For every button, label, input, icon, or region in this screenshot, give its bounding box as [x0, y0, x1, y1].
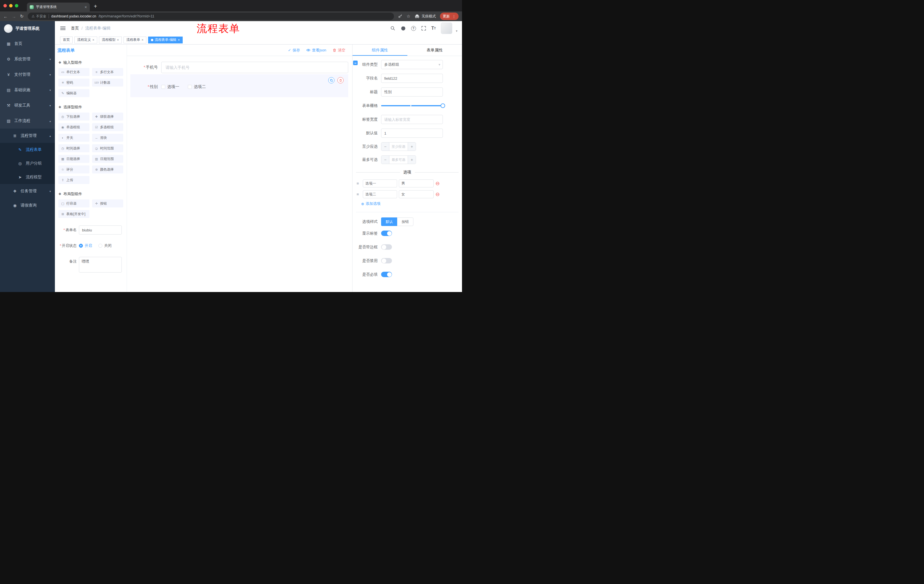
tab-form-props[interactable]: 表单属性 [408, 44, 462, 56]
palette-item-password[interactable]: ✳密码 [58, 79, 89, 87]
sidebar-item-system[interactable]: ⚙ 系统管理 ▾ [0, 51, 55, 67]
tag-process-model[interactable]: 流程模型 × [99, 36, 122, 43]
minimize-window-button[interactable] [9, 4, 13, 7]
slider-handle[interactable] [441, 104, 445, 108]
max-select-stepper[interactable]: − 最多可选 + [381, 155, 416, 164]
sidebar-item-task-mgmt[interactable]: ❖ 任务管理 ▾ [0, 184, 55, 198]
default-value-input[interactable] [381, 128, 443, 138]
tag-close-icon[interactable]: × [142, 38, 144, 42]
maximize-window-button[interactable] [15, 4, 18, 7]
min-select-stepper[interactable]: − 至少应选 + [381, 142, 416, 151]
decrease-button[interactable]: − [381, 143, 389, 151]
link-icon[interactable]: ∞ [353, 61, 358, 65]
palette-item-single-line-text[interactable]: ▭单行文本 [58, 68, 89, 76]
view-json-button[interactable]: 查看json [306, 48, 326, 53]
sidebar-item-home[interactable]: ▦ 首页 [0, 36, 55, 51]
palette-item-cascader[interactable]: ❖级联选择 [92, 113, 123, 120]
font-size-icon[interactable]: TT [431, 26, 436, 31]
palette-item-switch[interactable]: ◐开关 [58, 134, 89, 142]
password-key-icon[interactable] [398, 14, 403, 18]
save-button[interactable]: ✓ 保存 [288, 48, 300, 53]
browser-tab[interactable]: 芋道管理系统 × [27, 3, 90, 12]
drag-handle-icon[interactable]: ≡ [356, 181, 361, 186]
delete-widget-button[interactable] [337, 77, 344, 84]
option-value-input[interactable] [399, 179, 434, 188]
gender-option-2-checkbox[interactable]: 选项二 [188, 84, 206, 89]
disabled-toggle[interactable] [381, 258, 392, 263]
breadcrumb-home[interactable]: 首页 [71, 26, 79, 31]
palette-item-counter[interactable]: 123计数器 [92, 79, 123, 87]
border-toggle[interactable] [381, 244, 392, 250]
form-remark-textarea[interactable]: 嘿嘿 [79, 257, 122, 273]
palette-item-multiline-text[interactable]: ≡多行文本 [92, 68, 123, 76]
add-option-button[interactable]: ⊕ 添加选项 [361, 201, 462, 206]
url-domain[interactable]: dashboard.yudao.iocoder.cn [51, 14, 96, 18]
help-icon[interactable]: ? [411, 26, 416, 31]
style-default-button[interactable]: 默认 [381, 217, 397, 226]
palette-item-color-picker[interactable]: ⊛颜色选择 [92, 165, 123, 173]
sidebar-item-process-mgmt[interactable]: ≣ 流程管理 ▴ [0, 128, 55, 143]
tag-close-icon[interactable]: × [92, 38, 94, 42]
title-input[interactable] [381, 87, 443, 97]
remove-option-icon[interactable]: ⊖ [436, 192, 440, 197]
palette-item-date-picker[interactable]: ▦日期选择 [58, 155, 89, 163]
decrease-button[interactable]: − [381, 156, 389, 164]
sidebar-item-infrastructure[interactable]: ▤ 基础设施 ▾ [0, 82, 55, 98]
max-select-value[interactable]: 最多可选 [389, 156, 408, 164]
sidebar-item-process-form[interactable]: ✎ 流程表单 [0, 143, 55, 156]
hamburger-icon[interactable] [55, 26, 71, 30]
avatar-caret-icon[interactable]: ▾ [456, 29, 457, 34]
palette-item-editor[interactable]: ✎编辑器 [58, 89, 89, 97]
forward-icon[interactable]: → [12, 14, 16, 19]
bookmark-star-icon[interactable]: ☆ [406, 14, 410, 19]
show-label-toggle[interactable] [381, 230, 392, 236]
palette-item-checkbox-group[interactable]: ☑多选框组 [92, 123, 123, 131]
palette-item-date-range[interactable]: ▥日期范围 [92, 155, 123, 163]
sidebar-item-leave-query[interactable]: ◉ 请假查询 [0, 198, 55, 212]
remove-option-icon[interactable]: ⊖ [436, 181, 440, 186]
tab-close-icon[interactable]: × [85, 5, 87, 10]
sidebar-logo[interactable]: 芋道管理系统 [0, 21, 55, 36]
sidebar-item-process-model[interactable]: ➤ 流程模型 [0, 170, 55, 184]
required-toggle[interactable] [381, 272, 392, 277]
palette-item-time-range[interactable]: ◶时间范围 [92, 144, 123, 152]
tag-process-form[interactable]: 流程表单 × [124, 36, 146, 43]
tag-process-definition[interactable]: 流程定义 × [74, 36, 97, 43]
sidebar-item-devtools[interactable]: ⚒ 研发工具 ▾ [0, 98, 55, 113]
min-select-value[interactable]: 至少应选 [389, 143, 408, 151]
browser-menu-dots-icon[interactable]: ⋮ [452, 14, 456, 18]
component-type-select[interactable]: ▾ [381, 60, 443, 69]
status-off-radio[interactable]: 关闭 [98, 243, 112, 248]
tag-close-icon[interactable]: × [117, 38, 119, 42]
sidebar-item-payment[interactable]: ¥ 支付管理 ▾ [0, 67, 55, 82]
drag-handle-icon[interactable]: ≡ [356, 192, 361, 197]
style-button-button[interactable]: 按钮 [397, 217, 413, 226]
option-label-input[interactable] [363, 190, 397, 198]
palette-item-time-picker[interactable]: ◷时间选择 [58, 144, 89, 152]
clear-button[interactable]: 清空 [332, 48, 345, 53]
fullscreen-icon[interactable] [421, 26, 426, 31]
url-path[interactable]: /bpm/manager/form/edit?formId=11 [98, 14, 154, 18]
selected-widget-gender[interactable]: *性别 选项一 选项二 [130, 74, 348, 97]
url-bar[interactable]: ⚠ 不安全 dashboard.yudao.iocoder.cn/bpm/man… [28, 13, 394, 20]
palette-item-select[interactable]: ◎下拉选择 [58, 113, 89, 120]
avatar[interactable] [441, 23, 452, 34]
form-name-input[interactable] [79, 225, 122, 235]
tag-process-form-edit[interactable]: 流程表单-编辑 × [148, 36, 183, 43]
palette-item-button[interactable]: ✛按钮 [92, 199, 123, 207]
tab-component-props[interactable]: 组件属性 [353, 44, 408, 56]
tag-home[interactable]: 首页 [60, 36, 73, 43]
option-label-input[interactable] [363, 179, 397, 188]
sidebar-item-user-group[interactable]: ◎ 用户分组 [0, 156, 55, 170]
label-width-input[interactable] [381, 115, 443, 124]
tag-close-icon[interactable]: × [178, 38, 180, 42]
github-icon[interactable] [401, 26, 406, 31]
back-icon[interactable]: ← [3, 14, 8, 19]
sidebar-item-workflow[interactable]: ▧ 工作流程 ▴ [0, 113, 55, 128]
increase-button[interactable]: + [408, 156, 416, 164]
close-window-button[interactable] [3, 4, 7, 7]
palette-item-row-container[interactable]: ▢行容器 [58, 199, 89, 207]
update-button[interactable]: 更新 ⋮ [440, 13, 459, 20]
copy-widget-button[interactable] [328, 77, 335, 84]
gender-option-1-checkbox[interactable]: 选项一 [161, 84, 179, 89]
